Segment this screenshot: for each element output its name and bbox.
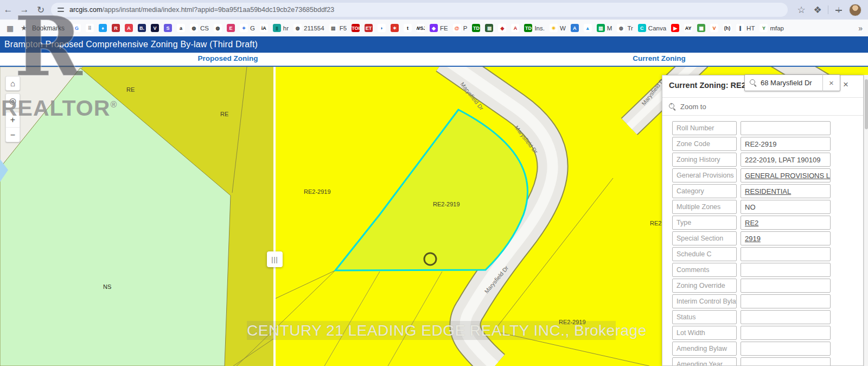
- bookmark-favicon[interactable]: @ P: [453, 24, 468, 32]
- row-value[interactable]: [741, 342, 831, 356]
- bookmark-favicon[interactable]: ♦: [99, 24, 107, 32]
- bookmarks-overflow-icon[interactable]: »: [855, 24, 863, 33]
- bookmark-favicon[interactable]: ✳ W: [550, 24, 566, 32]
- bookmark-favicon[interactable]: ✶: [391, 24, 399, 32]
- bookmark-favicon[interactable]: ✦ G: [240, 24, 255, 32]
- bookmark-favicon[interactable]: V: [710, 24, 718, 32]
- table-row: Zone Code RE2-2919: [662, 137, 864, 151]
- table-row: Lot Width: [662, 326, 864, 340]
- locate-button[interactable]: ◎: [5, 93, 20, 108]
- row-value[interactable]: 222-2019, LPAT 190109: [741, 153, 831, 167]
- row-value[interactable]: [741, 263, 831, 277]
- profile-avatar[interactable]: [849, 4, 861, 16]
- row-value[interactable]: GENERAL PROVISIONS LINK: [741, 168, 831, 182]
- clear-search-icon[interactable]: ×: [822, 74, 840, 91]
- bookmark-favicon[interactable]: ◗: [378, 24, 386, 32]
- bookmark-favicon[interactable]: ▶: [671, 24, 679, 32]
- bookmark-favicon[interactable]: G: [73, 24, 81, 32]
- address-bar[interactable]: arcgis.com/apps/instant/media/index.html…: [51, 3, 788, 17]
- bookmark-favicon[interactable]: ▥ M: [597, 24, 612, 32]
- bookmark-favicon[interactable]: V: [151, 24, 159, 32]
- row-value[interactable]: [741, 357, 831, 366]
- swipe-divider-line[interactable]: [273, 67, 276, 366]
- bookmark-favicon[interactable]: A: [511, 24, 519, 32]
- bookmark-favicon[interactable]: AY: [684, 24, 692, 32]
- bookmark-favicon[interactable]: iA: [260, 24, 268, 32]
- zoom-out-button[interactable]: −: [6, 128, 20, 143]
- bookmark-favicon[interactable]: ▮ hr: [273, 24, 289, 32]
- forward-icon[interactable]: →: [16, 4, 33, 15]
- swipe-handle[interactable]: |||: [267, 251, 283, 267]
- bookmark-favicon[interactable]: ▲: [584, 24, 592, 32]
- bookmark-star-icon[interactable]: ☆: [793, 4, 809, 16]
- bookmark-favicon[interactable]: ◍ CS: [190, 24, 209, 32]
- panel-scrollbar[interactable]: [864, 75, 868, 366]
- bookmark-favicon[interactable]: ▦: [485, 24, 493, 32]
- search-input[interactable]: [761, 79, 822, 87]
- bookmarks-star-icon[interactable]: ★: [21, 24, 27, 32]
- zone-label-re: RE: [126, 86, 135, 93]
- bookmark-favicon[interactable]: B.: [138, 24, 146, 32]
- home-button[interactable]: ⌂: [5, 76, 20, 91]
- bookmark-favicon[interactable]: ◍ Tr: [617, 24, 633, 32]
- zone-label-re: RE: [220, 111, 228, 117]
- row-value[interactable]: 2919: [741, 231, 831, 245]
- zoom-in-button[interactable]: +: [6, 112, 20, 128]
- bookmark-favicon[interactable]: ◆ FE: [430, 24, 448, 32]
- bookmark-favicon[interactable]: R: [112, 24, 120, 32]
- back-icon[interactable]: ←: [0, 4, 16, 15]
- row-label: Zoning History: [672, 153, 737, 167]
- map-area: RE RE NS RE2-2919 RE2-2919 RE2-2919 RE2-…: [0, 67, 868, 366]
- bookmark-favicon[interactable]: A: [125, 24, 133, 32]
- row-value[interactable]: [741, 294, 831, 308]
- bookmark-favicon[interactable]: ▦: [697, 24, 705, 32]
- table-row: Amending Year: [662, 357, 864, 366]
- bookmark-favicon[interactable]: ET: [365, 24, 373, 32]
- bookmark-favicon[interactable]: ∥ HT: [736, 24, 755, 32]
- row-value[interactable]: NO: [741, 200, 831, 214]
- site-info-icon[interactable]: [58, 7, 64, 13]
- row-value[interactable]: [741, 247, 831, 261]
- bookmark-favicon[interactable]: TOI: [352, 24, 360, 32]
- zoom-to-button[interactable]: + Zoom to: [662, 97, 864, 116]
- bookmark-favicon[interactable]: TD Ins.: [524, 24, 545, 32]
- bookmark-favicon[interactable]: WSJ: [417, 24, 425, 32]
- current-zoning-panel: Current Zoning: RE2-2919 + Zoom to Roll …: [662, 75, 864, 366]
- panel-title: Current Zoning: RE2-2919: [669, 81, 750, 90]
- refresh-icon[interactable]: ↻: [33, 4, 49, 16]
- row-value[interactable]: RESIDENTIAL: [741, 184, 831, 198]
- table-row: Zoning History 222-2019, LPAT 190109: [662, 153, 864, 167]
- row-value[interactable]: [741, 310, 831, 324]
- apps-grid-icon[interactable]: ▦: [7, 24, 14, 33]
- bookmark-favicon[interactable]: ▤ F5: [329, 24, 347, 32]
- bookmark-favicon[interactable]: A: [571, 24, 579, 32]
- search-icon: [750, 79, 757, 86]
- table-row: Zoning Override: [662, 279, 864, 293]
- bookmark-favicon[interactable]: t: [404, 24, 412, 32]
- scrollbar-thumb[interactable]: [865, 79, 868, 129]
- bookmark-favicon[interactable]: a: [177, 24, 185, 32]
- zoom-controls: + −: [5, 112, 20, 142]
- bookmark-favicon[interactable]: ◍: [214, 24, 222, 32]
- proposed-zoning-heading: Proposed Zoning: [198, 54, 258, 62]
- downloads-icon[interactable]: ↓: [831, 4, 847, 15]
- row-value[interactable]: [741, 279, 831, 293]
- row-label: Lot Width: [672, 326, 737, 340]
- bookmark-favicon[interactable]: ⠿: [86, 24, 94, 32]
- extensions-icon[interactable]: ❖: [809, 4, 826, 16]
- bookmark-favicon[interactable]: TD: [472, 24, 480, 32]
- bookmark-favicon[interactable]: E: [227, 24, 235, 32]
- bookmark-favicon[interactable]: ◆: [498, 24, 506, 32]
- bookmark-favicon[interactable]: C Canva: [638, 24, 666, 32]
- row-label: Roll Number: [672, 121, 737, 135]
- attribute-table: Roll Number Zone Code RE2-2919 Zoning Hi…: [662, 121, 864, 366]
- bookmark-favicon[interactable]: S: [164, 24, 172, 32]
- bookmark-favicon[interactable]: (h): [723, 24, 731, 32]
- row-value[interactable]: [741, 326, 831, 340]
- close-icon[interactable]: ×: [843, 79, 848, 90]
- bookmark-favicon[interactable]: Y mfap: [760, 24, 784, 32]
- row-value[interactable]: RE2: [741, 216, 831, 230]
- row-value[interactable]: [741, 121, 831, 135]
- row-value[interactable]: RE2-2919: [741, 137, 831, 151]
- bookmark-favicon[interactable]: ◍ 211554: [293, 24, 324, 32]
